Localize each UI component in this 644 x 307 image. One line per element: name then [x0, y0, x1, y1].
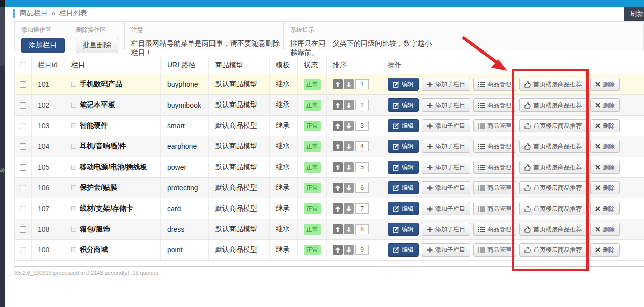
refresh-button[interactable]: 刷新	[624, 7, 644, 21]
edit-button[interactable]: 编辑	[388, 140, 419, 153]
product-manage-button[interactable]: 商品管理	[473, 243, 516, 257]
add-child-category-button[interactable]: 添加子栏目	[422, 78, 470, 91]
home-floor-recommend-button[interactable]: 首页楼层商品推荐	[519, 161, 587, 174]
sort-cell	[327, 240, 375, 260]
sort-order-input[interactable]	[355, 183, 369, 193]
edit-button-label: 编辑	[402, 204, 414, 213]
product-manage-button[interactable]: 商品管理	[473, 161, 516, 174]
sort-up-button[interactable]	[333, 203, 343, 214]
delete-button-label: 删除	[603, 246, 615, 254]
product-manage-button[interactable]: 商品管理	[473, 119, 516, 132]
row-checkbox-cell	[15, 240, 32, 260]
edit-button[interactable]: 编辑	[388, 78, 419, 91]
sort-order-input[interactable]	[355, 121, 369, 131]
operations-cell: 编辑添加子栏目商品管理首页楼层商品推荐删除	[375, 95, 644, 115]
row-checkbox[interactable]	[20, 247, 26, 253]
product-manage-button-label: 商品管理	[487, 184, 511, 192]
row-checkbox[interactable]	[20, 206, 26, 212]
home-floor-recommend-button[interactable]: 首页楼层商品推荐	[519, 140, 587, 153]
select-all-checkbox[interactable]	[20, 62, 26, 68]
row-checkbox[interactable]	[20, 123, 26, 129]
delete-button[interactable]: 删除	[590, 161, 620, 174]
sort-down-button[interactable]	[344, 224, 354, 234]
home-floor-recommend-button[interactable]: 首页楼层商品推荐	[519, 202, 587, 215]
add-category-button[interactable]: 添加栏目	[21, 38, 65, 53]
sort-order-input[interactable]	[355, 141, 369, 151]
sort-order-input[interactable]	[355, 79, 369, 89]
home-floor-recommend-button[interactable]: 首页楼层商品推荐	[519, 181, 587, 194]
sort-down-button[interactable]	[344, 141, 354, 151]
category-name-label: 智能硬件	[80, 121, 108, 130]
sort-down-button[interactable]	[344, 121, 354, 131]
sort-order-input[interactable]	[355, 203, 369, 214]
delete-button[interactable]: 删除	[590, 140, 620, 153]
sort-down-button[interactable]	[344, 203, 354, 214]
sort-down-button[interactable]	[344, 245, 354, 255]
delete-button[interactable]: 删除	[590, 98, 620, 112]
home-floor-recommend-button[interactable]: 首页楼层商品推荐	[519, 98, 587, 112]
sort-down-button[interactable]	[344, 100, 354, 110]
sort-order-input[interactable]	[355, 162, 369, 172]
sort-up-button[interactable]	[333, 100, 343, 110]
batch-delete-button[interactable]: 批量删除	[76, 38, 118, 53]
delete-button[interactable]: 删除	[590, 223, 620, 236]
template-cell: 继承	[270, 178, 298, 198]
tree-node-icon	[71, 144, 76, 149]
add-child-category-button[interactable]: 添加子栏目	[422, 202, 470, 215]
sort-order-input[interactable]	[355, 100, 369, 110]
delete-button[interactable]: 删除	[590, 119, 620, 132]
sort-up-button[interactable]	[333, 141, 343, 151]
add-child-category-button[interactable]: 添加子栏目	[422, 223, 470, 236]
row-checkbox[interactable]	[20, 143, 26, 150]
table-row: 104耳机/音响/配件earphone默认商品模型继承正常编辑添加子栏目商品管理…	[15, 136, 644, 157]
delete-button[interactable]: 删除	[590, 78, 620, 91]
add-child-category-button[interactable]: 添加子栏目	[422, 181, 470, 194]
product-manage-button[interactable]: 商品管理	[473, 140, 516, 153]
collapsed-sidebar[interactable]: 友	[0, 0, 5, 307]
home-floor-recommend-button[interactable]: 首页楼层商品推荐	[519, 119, 587, 132]
status-cell: 正常	[298, 240, 327, 260]
sort-up-button[interactable]	[333, 162, 343, 172]
product-manage-button[interactable]: 商品管理	[473, 78, 516, 91]
row-checkbox[interactable]	[20, 185, 26, 191]
sort-up-button[interactable]	[333, 245, 343, 255]
sort-up-button[interactable]	[333, 224, 343, 234]
sort-up-button[interactable]	[333, 121, 343, 131]
product-manage-button[interactable]: 商品管理	[473, 98, 516, 112]
delete-button[interactable]: 删除	[590, 202, 620, 215]
product-manage-button-label: 商品管理	[487, 142, 511, 151]
add-child-category-button[interactable]: 添加子栏目	[422, 98, 470, 112]
home-floor-recommend-button[interactable]: 首页楼层商品推荐	[519, 78, 587, 91]
edit-button[interactable]: 编辑	[388, 181, 419, 194]
sort-up-button[interactable]	[333, 79, 343, 89]
home-floor-recommend-button[interactable]: 首页楼层商品推荐	[519, 243, 587, 257]
sort-order-input[interactable]	[355, 224, 369, 234]
sort-down-button[interactable]	[344, 183, 354, 193]
product-manage-button[interactable]: 商品管理	[473, 223, 516, 236]
edit-button[interactable]: 编辑	[388, 119, 419, 132]
home-floor-recommend-button[interactable]: 首页楼层商品推荐	[519, 223, 587, 236]
sort-order-input[interactable]	[355, 245, 369, 255]
category-id-cell: 106	[32, 178, 65, 198]
edit-button[interactable]: 编辑	[388, 243, 419, 257]
edit-button[interactable]: 编辑	[388, 161, 419, 174]
sort-down-button[interactable]	[344, 162, 354, 172]
add-child-category-button[interactable]: 添加子栏目	[422, 140, 470, 153]
sort-cell	[327, 157, 375, 177]
edit-button[interactable]: 编辑	[388, 98, 419, 112]
product-manage-button[interactable]: 商品管理	[473, 181, 516, 194]
delete-button[interactable]: 删除	[590, 243, 620, 257]
add-child-category-button[interactable]: 添加子栏目	[422, 119, 470, 132]
sort-down-button[interactable]	[344, 79, 354, 89]
product-manage-button[interactable]: 商品管理	[473, 202, 516, 215]
row-checkbox[interactable]	[20, 226, 26, 233]
row-checkbox[interactable]	[20, 164, 26, 171]
add-child-category-button[interactable]: 添加子栏目	[422, 243, 470, 257]
edit-button[interactable]: 编辑	[388, 202, 419, 215]
add-child-category-button[interactable]: 添加子栏目	[422, 161, 470, 174]
row-checkbox[interactable]	[20, 102, 26, 109]
sort-up-button[interactable]	[333, 183, 343, 193]
row-checkbox[interactable]	[20, 81, 26, 88]
delete-button[interactable]: 删除	[590, 181, 620, 194]
edit-button[interactable]: 编辑	[388, 223, 419, 236]
